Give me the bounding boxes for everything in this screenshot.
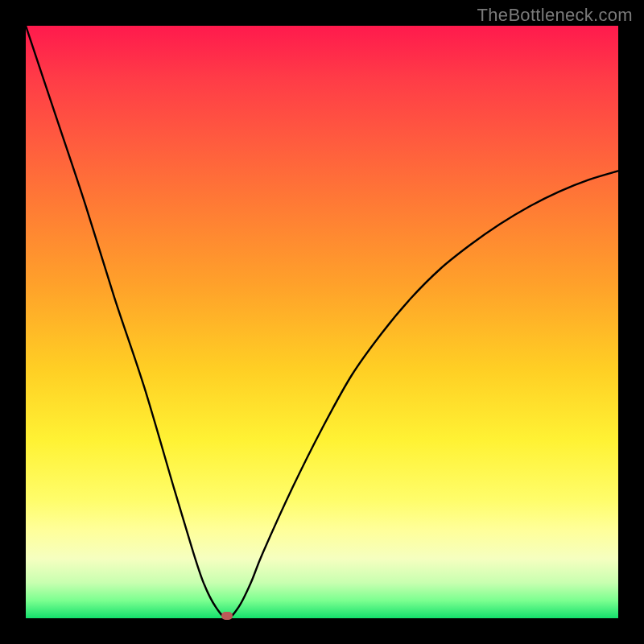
bottleneck-curve [26, 26, 618, 618]
plot-area [26, 26, 618, 618]
watermark-text: TheBottleneck.com [477, 5, 633, 26]
chart-frame: TheBottleneck.com [0, 0, 644, 644]
optimal-marker [221, 612, 233, 620]
